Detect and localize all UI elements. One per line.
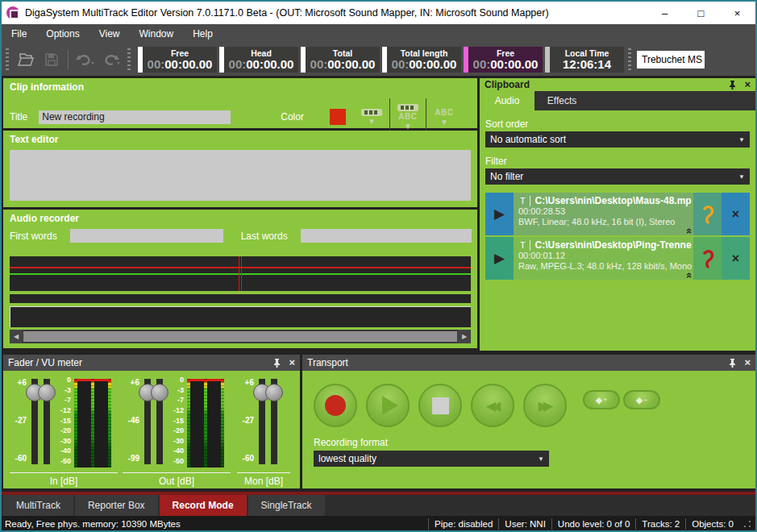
sort-order-select[interactable]: No automatic sort ▼ bbox=[485, 131, 750, 148]
vu-scale: 0-3-7 -12-15-20 -30-40-50 bbox=[53, 376, 73, 465]
clip-track-area[interactable] bbox=[10, 306, 471, 327]
toolbar-drag-handle[interactable] bbox=[628, 48, 631, 71]
stop-icon bbox=[432, 397, 449, 414]
panel-close-icon[interactable]: × bbox=[744, 358, 751, 368]
chevron-double-up-icon[interactable]: « bbox=[684, 272, 693, 278]
playhead-cursor[interactable] bbox=[241, 256, 242, 291]
undo-icon[interactable] bbox=[74, 50, 95, 69]
close-button[interactable]: × bbox=[719, 2, 755, 24]
clip-title-input[interactable] bbox=[39, 110, 231, 124]
record-button[interactable] bbox=[314, 384, 357, 427]
pin-icon[interactable] bbox=[729, 81, 736, 89]
menu-help[interactable]: Help bbox=[193, 28, 213, 39]
fader-knob[interactable] bbox=[38, 384, 56, 401]
horizontal-scrollbar[interactable]: ◀ ▶ bbox=[10, 330, 471, 343]
status-message: Ready, Free phys. memory: 10390 MBytes bbox=[5, 519, 181, 529]
clipboard-entry[interactable]: ▶ T C:\Users\nin\Desktop\Maus-48.mp3.wav… bbox=[485, 193, 750, 235]
chevron-down-icon: ▼ bbox=[440, 118, 448, 126]
fader-slider[interactable] bbox=[154, 379, 166, 469]
panel-title: Audio recorder bbox=[3, 210, 477, 224]
menu-view[interactable]: View bbox=[99, 28, 120, 39]
transport-panel: Transport × ◀◀ ▶▶ ◆+ ◆− Recording format… bbox=[302, 355, 755, 488]
color-label: Color bbox=[281, 111, 304, 123]
fader-knob[interactable] bbox=[151, 384, 168, 401]
ear-icon bbox=[700, 249, 716, 268]
app-icon bbox=[6, 6, 19, 19]
status-objects: Objects: 0 bbox=[685, 518, 739, 530]
playhead-cursor[interactable] bbox=[239, 256, 239, 291]
forward-button[interactable]: ▶▶ bbox=[523, 384, 567, 427]
play-button[interactable] bbox=[366, 384, 410, 427]
rewind-button[interactable]: ◀◀ bbox=[471, 384, 514, 427]
clipboard-entry[interactable]: ▶ T C:\Users\nin\Desktop\Ping-Trenner.MP… bbox=[485, 237, 750, 280]
tab-record-mode[interactable]: Record Mode bbox=[160, 495, 247, 516]
group-label: Out [dB] bbox=[123, 473, 231, 487]
counter-total-length: Total length 00:00:00.00 bbox=[382, 47, 461, 73]
play-icon: ▶ bbox=[494, 206, 505, 222]
menu-file[interactable]: File bbox=[11, 28, 27, 39]
text-editor-panel: Text editor bbox=[3, 131, 477, 207]
entry-duration: 00:00:01.12 bbox=[518, 251, 692, 261]
filter-label: Filter bbox=[485, 156, 750, 167]
menu-window[interactable]: Window bbox=[139, 28, 174, 39]
panel-title: Clip information bbox=[3, 78, 477, 93]
counter-free-disk: Free 00:00:00.00 bbox=[464, 47, 543, 73]
play-button[interactable]: ▶ bbox=[485, 237, 514, 280]
open-icon[interactable] bbox=[15, 50, 36, 69]
fader-titlebar: Fader / VU meter × bbox=[3, 355, 300, 371]
chevron-double-up-icon[interactable]: « bbox=[684, 228, 693, 234]
pin-icon[interactable] bbox=[273, 359, 281, 368]
tab-multitrack[interactable]: MultiTrack bbox=[3, 495, 73, 516]
panel-close-icon[interactable]: × bbox=[289, 358, 295, 368]
last-words-input[interactable] bbox=[301, 229, 472, 243]
waveform-display[interactable] bbox=[10, 256, 471, 291]
status-undo-level: Undo level: 0 of 0 bbox=[551, 518, 636, 530]
entry-format: Raw, MPEG-L.3; 48.0 kHz, 128 kbit/s, Mon… bbox=[518, 261, 692, 272]
toolbar-drag-handle[interactable] bbox=[127, 48, 131, 71]
status-user: User: NNI bbox=[498, 518, 551, 530]
prelisten-button[interactable] bbox=[693, 193, 722, 235]
recording-format-select[interactable]: lowest quality ▼ bbox=[314, 451, 549, 467]
tab-singletrack[interactable]: SingleTrack bbox=[248, 495, 325, 516]
resize-grip[interactable] bbox=[742, 519, 752, 529]
tab-reporter-box[interactable]: Reporter Box bbox=[75, 495, 158, 516]
redo-icon[interactable] bbox=[100, 50, 121, 69]
remove-entry-button[interactable]: × bbox=[722, 237, 750, 280]
time-counters: Free 00:00:00.00 Head 00:00:00.00 Total … bbox=[138, 47, 624, 73]
add-marker-button[interactable]: ◆+ bbox=[583, 390, 620, 409]
color-swatch[interactable] bbox=[330, 109, 346, 125]
chevron-down-icon: ▼ bbox=[738, 136, 745, 143]
play-button[interactable]: ▶ bbox=[485, 193, 514, 235]
minimize-button[interactable]: – bbox=[647, 2, 683, 24]
window-title: DigaSystem MultiTrack Editor Version 7.0… bbox=[25, 7, 549, 19]
scrollbar-thumb[interactable] bbox=[23, 331, 457, 342]
save-icon[interactable] bbox=[41, 50, 62, 69]
tab-effects[interactable]: Effects bbox=[534, 91, 589, 110]
scroll-left-icon[interactable]: ◀ bbox=[10, 330, 23, 343]
chevron-down-icon: ▼ bbox=[538, 455, 544, 463]
separator bbox=[530, 240, 530, 251]
clip-information-panel: Clip information Title Color ▼ ABC ▼ bbox=[3, 78, 477, 128]
titlebar: DigaSystem MultiTrack Editor Version 7.0… bbox=[2, 2, 755, 24]
transport-titlebar: Transport × bbox=[302, 355, 755, 371]
pin-icon[interactable] bbox=[729, 359, 736, 368]
menu-options[interactable]: Options bbox=[46, 28, 79, 39]
remove-marker-button[interactable]: ◆− bbox=[623, 390, 660, 409]
fader-knob[interactable] bbox=[265, 384, 283, 401]
entry-path: C:\Users\nin\Desktop\Maus-48.mp3.wav bbox=[535, 195, 692, 206]
panel-close-icon[interactable]: × bbox=[744, 80, 751, 89]
toolbar-drag-handle[interactable] bbox=[6, 48, 9, 71]
filter-select[interactable]: No filter ▼ bbox=[485, 168, 750, 185]
panel-title: Fader / VU meter bbox=[8, 357, 82, 368]
fader-slider[interactable] bbox=[41, 379, 53, 469]
text-editor-area[interactable] bbox=[10, 150, 471, 201]
scroll-right-icon[interactable]: ▶ bbox=[458, 330, 471, 343]
fader-slider[interactable] bbox=[268, 379, 281, 469]
stop-button[interactable] bbox=[418, 384, 462, 427]
tab-audio[interactable]: Audio bbox=[480, 91, 534, 110]
maximize-button[interactable]: □ bbox=[683, 2, 719, 24]
remove-entry-button[interactable]: × bbox=[722, 193, 750, 235]
font-selector[interactable]: Trebuchet MS bbox=[637, 51, 705, 69]
first-words-input[interactable] bbox=[70, 229, 223, 243]
prelisten-button[interactable] bbox=[693, 237, 722, 280]
